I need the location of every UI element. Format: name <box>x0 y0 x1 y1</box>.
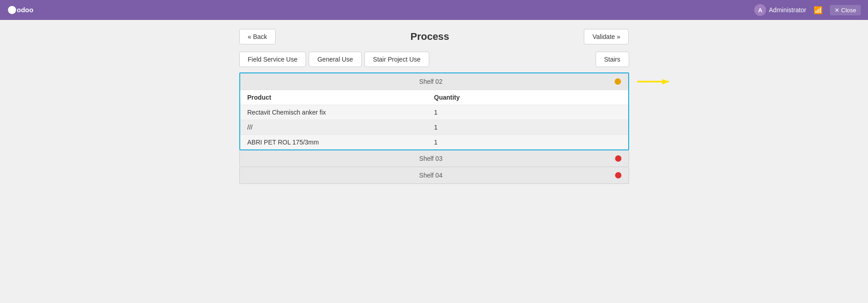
validate-button[interactable]: Validate » <box>584 29 629 44</box>
topbar: odoo A Administrator 📶 ✕ Close <box>0 0 868 20</box>
shelf-title-02: Shelf 02 <box>247 78 615 85</box>
shelf-section-02[interactable]: Shelf 02 Product Quantity <box>239 72 629 150</box>
shelf-section-04[interactable]: Shelf 04 <box>239 167 629 184</box>
process-header: « Back Process Validate » <box>239 29 629 44</box>
back-button[interactable]: « Back <box>239 29 276 44</box>
svg-point-0 <box>8 6 16 14</box>
close-icon: ✕ <box>834 7 839 14</box>
logo: odoo <box>7 4 34 16</box>
table-row: Rectavit Chemisch anker fix 1 <box>240 105 628 120</box>
close-button[interactable]: ✕ Close <box>830 5 861 15</box>
tab-row: Field Service Use General Use Stair Proj… <box>239 52 629 67</box>
user-info[interactable]: A Administrator <box>754 4 806 16</box>
table-row: /// 1 <box>240 120 628 135</box>
product-name-2: /// <box>247 124 434 131</box>
product-qty-3: 1 <box>434 139 621 146</box>
close-label: Close <box>841 7 856 14</box>
table-row: ABRI PET ROL 175/3mm 1 <box>240 135 628 149</box>
product-name-3: ABRI PET ROL 175/3mm <box>247 139 434 146</box>
shelf-header-03: Shelf 03 <box>240 150 629 167</box>
shelf-dot-02 <box>615 78 621 85</box>
arrow-annotation <box>637 81 669 82</box>
shelf-dot-03 <box>615 155 621 162</box>
process-panel: « Back Process Validate » Field Service … <box>239 29 629 184</box>
table-header: Product Quantity <box>240 90 628 105</box>
shelf-title-04: Shelf 04 <box>247 172 615 179</box>
tab-field-service[interactable]: Field Service Use <box>239 52 306 67</box>
shelf-dot-04 <box>615 172 621 178</box>
product-table: Product Quantity Rectavit Chemisch anker… <box>240 90 628 149</box>
tab-group: Field Service Use General Use Stair Proj… <box>239 52 429 67</box>
product-name-1: Rectavit Chemisch anker fix <box>247 109 434 116</box>
shelf-header-04: Shelf 04 <box>240 167 629 183</box>
page-title: Process <box>410 31 449 43</box>
avatar: A <box>754 4 766 16</box>
shelf-section-03[interactable]: Shelf 03 <box>239 150 629 167</box>
svg-marker-3 <box>662 79 669 85</box>
column-header-quantity: Quantity <box>434 94 621 101</box>
product-qty-1: 1 <box>434 109 621 116</box>
stairs-button[interactable]: Stairs <box>596 52 629 67</box>
product-qty-2: 1 <box>434 124 621 131</box>
tab-general-use[interactable]: General Use <box>309 52 362 67</box>
user-name: Administrator <box>769 6 806 14</box>
main-content: « Back Process Validate » Field Service … <box>0 20 868 193</box>
column-header-product: Product <box>247 94 434 101</box>
wifi-icon: 📶 <box>814 6 823 14</box>
shelf-header-02: Shelf 02 <box>240 73 628 90</box>
arrow-svg <box>637 78 669 86</box>
svg-text:odoo: odoo <box>17 6 34 14</box>
shelf-title-03: Shelf 03 <box>247 155 615 162</box>
topbar-right: A Administrator 📶 ✕ Close <box>754 4 861 16</box>
tab-stair-project[interactable]: Stair Project Use <box>364 52 429 67</box>
